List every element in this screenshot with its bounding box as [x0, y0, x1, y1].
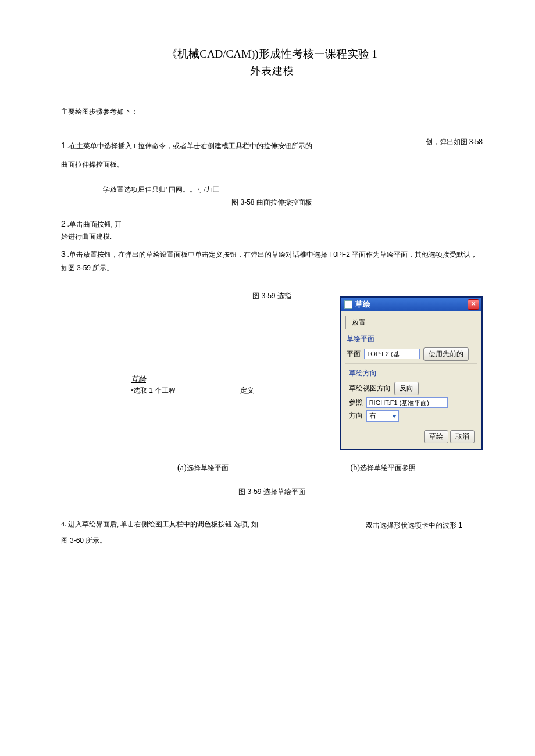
step4-line2: 图 3-60 所示。 [61, 536, 483, 546]
title-part-a: 《机械 [166, 48, 199, 60]
fig359p-c: 选指 [276, 292, 291, 300]
fig359-c: 选择草绘平面 [262, 488, 305, 496]
divider-line [61, 196, 483, 196]
step4-r-a: 双击选择形状选项卡中的波形 [366, 521, 456, 529]
reference-input[interactable]: RIGHT:F1 (基准平面) [366, 397, 448, 408]
reverse-button[interactable]: 反向 [394, 382, 419, 395]
sketch-ok-button[interactable]: 草绘 [424, 430, 448, 443]
plane-label: 平面 [347, 349, 361, 359]
step3-e: 所示。 [91, 264, 113, 272]
close-icon[interactable]: × [468, 299, 479, 310]
step1-line1: 1 .在主菜单中选择插入 I 拉伸命令，或者单击右侧建模工具栏中的拉伸按钮所示的 [61, 138, 483, 153]
fig359-b: 3-59 [247, 488, 261, 496]
cancel-button[interactable]: 取消 [450, 430, 475, 443]
label-b-prefix: (b) [351, 463, 360, 472]
figure-3-59-caption: 图 3-59 选择草绘平面 [61, 487, 483, 497]
sketch-heading: 苴绘 [131, 374, 270, 385]
step1-right-b: 3·58 [469, 138, 483, 146]
step1-text: .在主菜单中选择插入 I 拉伸命令，或者单击右侧建模工具栏中的拉伸按钮所示的 [66, 142, 312, 150]
title-part-c: 形成性考核一课程实验 [259, 48, 369, 60]
step4-r-b: 1 [458, 521, 462, 529]
dialog-icon [344, 300, 352, 309]
step3-b: T0PF2 [329, 250, 350, 259]
step2-text: .单击曲面按钮, 开 [66, 220, 122, 228]
group-sketch-plane: 草绘平面 [347, 334, 477, 344]
step3-text: 3 .单击放置按钮，在弹出的草绘设置面板中单击定义按钮，在弹出的草绘对话椎中选择… [61, 246, 483, 275]
dialog-titlebar[interactable]: 草绘 × [341, 298, 482, 311]
tab-placement[interactable]: 放置 [345, 316, 372, 329]
step1-right-note: 创，弹出如图 3·58 [426, 137, 483, 147]
step3-a: .单击放置按钮，在弹出的草绘设置面板中单击定义按钮，在弹出的草绘对话椎中选择 [66, 250, 327, 259]
sel-a: •选取 [131, 386, 147, 395]
ab-label-row: (a)选择草绘平面 (b)选择草绘平面参照 [61, 463, 483, 473]
step2-line1: 2 .单击曲面按钮, 开 [61, 217, 483, 231]
step2-num: 2 [61, 219, 66, 228]
title-part-b: CAD/CAM)) [199, 48, 258, 60]
label-b-text: 选择草绘平面参照 [360, 464, 416, 472]
view-direction-label: 草绘视图方向 [349, 384, 391, 393]
step1-num: 1 [61, 141, 66, 150]
figure-3-58-caption: 图 3-58 曲面拉伸操控面板 [61, 198, 483, 207]
dialog-title: 草绘 [355, 299, 370, 310]
step2-line2: 始进行曲面建模. [61, 232, 483, 242]
group-sketch-direction: 草绘方向 [349, 368, 475, 378]
fig358-a: 图 [231, 198, 238, 206]
intro-text: 主要绘图步骤参考如下： [61, 106, 483, 119]
sketch-dialog: 草绘 × 放置 草绘平面 平面 TOP:F2 (基 使用先前的 草绘方向 草绘视… [340, 296, 483, 450]
step1-line2: 曲面拉伸操控面板。 [61, 159, 483, 171]
step3-num: 3 [61, 249, 66, 259]
step4-right: 双击选择形状选项卡中的波形 1 [317, 518, 462, 532]
sel-c: 个工程 [153, 386, 176, 395]
s4l2-b: 3-60 [70, 536, 84, 544]
title-part-d: 1 [372, 48, 377, 60]
label-a-text: 选择草绘平面 [187, 464, 229, 472]
plane-input[interactable]: TOP:F2 (基 [364, 349, 420, 359]
direction-select[interactable]: 右 [366, 410, 399, 422]
s4l2-c: 所示。 [84, 536, 106, 544]
reference-label: 参照 [349, 397, 363, 407]
label-a-prefix: (a) [177, 463, 187, 472]
fig358-c: 曲面拉伸操控面板 [255, 198, 312, 206]
step3-d: 3-59 [77, 264, 91, 272]
direction-label: 方向 [349, 411, 363, 421]
s4l2-a: 图 [61, 536, 68, 544]
indent-line: 学放置选项屈佳只归' 国网。。寸/力匚 [103, 185, 483, 195]
doc-title-line2: 外表建模 [61, 64, 483, 78]
step1-right-a: 创，弹出如图 [426, 138, 468, 146]
sketch-panel-left: 苴绘 •选取 1 个工程 定义 [61, 296, 270, 396]
define-label: 定义 [240, 386, 254, 396]
fig359-a: 图 [238, 488, 245, 496]
step4-left: 4. 进入草绘界面后, 单击右侧绘图工具栏中的调色板按钮 选项, 如 [61, 518, 317, 532]
use-previous-button[interactable]: 使用先前的 [423, 347, 469, 361]
dialog-tabstrip: 放置 [345, 315, 477, 329]
fig358-b: 3-58 [240, 198, 254, 206]
doc-title-line1: 《机械CAD/CAM))形成性考核一课程实验 1 [61, 46, 483, 62]
sel-b: 1 [149, 386, 153, 395]
